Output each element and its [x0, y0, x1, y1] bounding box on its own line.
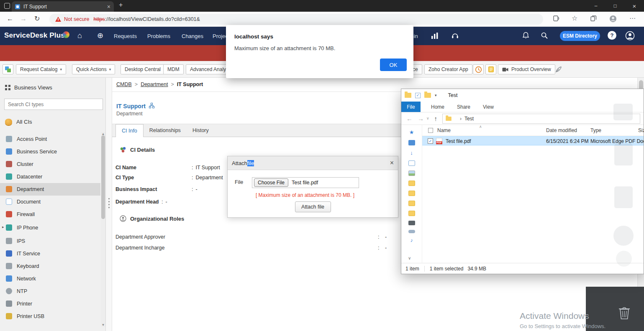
browser-refresh-button[interactable] [34, 15, 40, 22]
browser-menu-icon[interactable] [629, 15, 636, 21]
read-aloud-icon[interactable] [553, 15, 560, 23]
recent-locations-chevron-icon[interactable] [426, 117, 429, 120]
sidebar-item-department[interactable]: Department [0, 183, 100, 196]
breadcrumb-department[interactable]: Department [141, 81, 168, 87]
esm-directory-button[interactable]: ESM Directory [560, 31, 600, 41]
column-name[interactable]: Name [437, 127, 451, 133]
security-label[interactable]: Not secure [64, 16, 89, 22]
menu-file[interactable]: File [401, 102, 421, 112]
pictures-icon[interactable] [408, 171, 415, 176]
attach-file-button[interactable]: Attach file [295, 201, 331, 212]
tab-ci-info[interactable]: CI Info [115, 124, 144, 137]
downloads-icon[interactable] [408, 150, 415, 156]
notes-icon[interactable] [485, 64, 496, 74]
sidebar-item-access-point[interactable]: Access Point [0, 133, 100, 145]
hierarchy-icon[interactable] [149, 103, 154, 109]
folder-icon[interactable] [408, 211, 415, 216]
nav-requests[interactable]: Requests [114, 33, 137, 39]
tab-relationships[interactable]: Relationships [144, 124, 187, 137]
documents-icon[interactable] [408, 160, 415, 166]
menu-home[interactable]: Home [425, 102, 451, 112]
globe-icon[interactable] [97, 32, 103, 39]
panel-splitter[interactable] [106, 78, 112, 331]
file-row-selected[interactable]: PDF Test file.pdf 6/15/2021 6:24 PM Micr… [422, 136, 644, 145]
column-date-modified[interactable]: Date modified [546, 127, 577, 133]
sidebar-scrollbar[interactable]: ▲ ▼ [101, 132, 105, 327]
explorer-nav-pane[interactable] [401, 125, 422, 263]
mdm-button[interactable]: MDM [163, 64, 184, 74]
browser-back-button[interactable] [7, 15, 13, 22]
sidebar-item-cluster[interactable]: Cluster [0, 158, 100, 171]
brand-logo[interactable]: ServiceDesk Plus [4, 31, 65, 40]
sidebar-item-keyboard[interactable]: Keyboard [0, 260, 100, 272]
sidebar-item-it-service[interactable]: IT Service [0, 247, 100, 260]
explorer-title-bar[interactable]: Test [401, 89, 644, 102]
product-overview-button[interactable]: Product Overview [498, 64, 555, 74]
quick-access-chevron-icon[interactable] [435, 94, 437, 97]
folder-icon[interactable] [408, 181, 415, 186]
search-icon[interactable] [541, 32, 548, 41]
this-pc-icon[interactable] [408, 221, 415, 225]
window-maximize-button[interactable] [606, 0, 625, 12]
favorites-star-icon[interactable] [572, 15, 577, 22]
desktop-central-button[interactable]: Desktop Central [121, 64, 165, 74]
sidebar-item-ip-phone[interactable]: IP Phone [0, 222, 100, 234]
quick-access-star-icon[interactable] [408, 130, 415, 135]
column-type[interactable]: Type [590, 127, 601, 133]
reports-chart-icon[interactable] [431, 32, 439, 41]
new-folder-icon[interactable] [424, 93, 431, 98]
search-ci-input[interactable] [5, 99, 103, 109]
file-input[interactable]: Choose File Test file.pdf [252, 177, 359, 188]
sidebar-item-ips[interactable]: IPS [0, 235, 100, 247]
workspaces-icon[interactable] [4, 3, 10, 9]
sidebar-item-business-service[interactable]: Business Service [0, 145, 100, 158]
user-avatar-icon[interactable] [625, 31, 635, 43]
sidebar-item-document[interactable]: Document [0, 196, 100, 208]
support-headset-icon[interactable] [451, 32, 459, 41]
file-name[interactable]: Test file.pdf [446, 138, 471, 144]
drive-icon[interactable] [408, 230, 415, 233]
recycle-bin-icon[interactable] [618, 305, 631, 321]
pane-scroll-chevron-icon[interactable] [408, 256, 411, 260]
zoho-creator-button[interactable]: Zoho Creator App [424, 64, 472, 74]
onedrive-icon[interactable] [408, 140, 415, 145]
explorer-forward-button[interactable] [418, 115, 424, 122]
feedback-quill-icon[interactable] [553, 64, 564, 74]
folder-icon[interactable] [408, 191, 415, 196]
explorer-back-button[interactable] [406, 115, 413, 122]
sidebar-item-firewall[interactable]: Firewall [0, 208, 100, 221]
choose-file-button[interactable]: Choose File [254, 178, 288, 187]
new-tab-button[interactable] [119, 2, 123, 8]
collections-icon[interactable] [590, 15, 597, 23]
column-size[interactable]: Size [638, 127, 644, 133]
tab-close-icon[interactable] [107, 4, 110, 10]
browser-profile-avatar[interactable] [609, 15, 617, 24]
business-views-header[interactable]: Business Views [5, 84, 52, 91]
menu-view[interactable]: View [477, 102, 500, 112]
tab-history[interactable]: History [187, 124, 215, 137]
sidebar-item-network[interactable]: Network [0, 272, 100, 285]
alert-ok-button[interactable]: OK [380, 59, 407, 71]
notifications-bell-icon[interactable] [522, 32, 529, 41]
browser-forward-button[interactable] [20, 15, 27, 22]
quick-actions-button[interactable]: Quick Actions [72, 64, 115, 74]
explorer-up-button[interactable] [434, 115, 438, 122]
nav-problems[interactable]: Problems [147, 33, 170, 39]
scrollbar-thumb[interactable] [101, 135, 105, 219]
row-checkbox[interactable] [428, 138, 433, 144]
home-icon[interactable] [77, 32, 82, 39]
window-close-button[interactable] [625, 0, 644, 12]
select-all-checkbox[interactable] [428, 128, 433, 133]
sidebar-item-ntp[interactable]: NTP [0, 285, 100, 298]
scheduler-clock-icon[interactable] [473, 64, 484, 74]
music-icon[interactable] [408, 238, 415, 244]
sidebar-item-printer-usb[interactable]: Printer USB [0, 310, 100, 323]
help-icon[interactable]: ? [608, 31, 616, 40]
sidebar-item-datacenter[interactable]: Datacenter [0, 171, 100, 183]
folder-icon[interactable] [408, 201, 415, 206]
add-ci-icon[interactable] [3, 64, 13, 74]
sidebar-item-printer[interactable]: Printer [0, 298, 100, 310]
modal-close-icon[interactable] [390, 160, 394, 166]
request-catalog-button[interactable]: Request Catalog [16, 64, 66, 74]
explorer-address-bar[interactable]: Test [442, 114, 640, 124]
